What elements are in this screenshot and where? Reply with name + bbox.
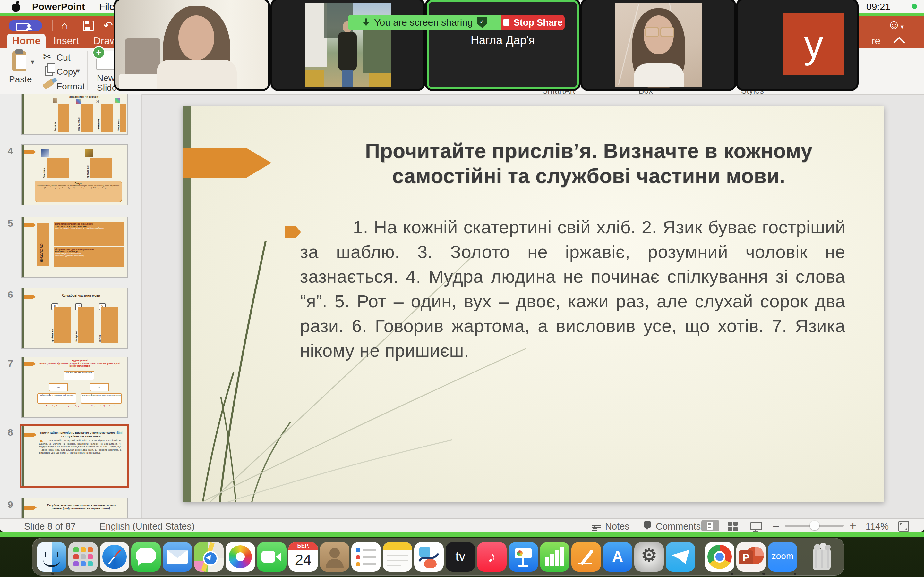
tab-draw[interactable]: Draw — [93, 34, 118, 48]
slide-title: Прочитайте прислів’я. Визначте в кожному… — [350, 139, 828, 189]
running-indicator-chrome — [731, 572, 733, 575]
undo-icon[interactable]: ↶ — [103, 19, 113, 33]
mail-icon[interactable] — [163, 542, 192, 572]
presenter-view-button[interactable] — [9, 20, 42, 31]
running-indicator-powerpoint — [762, 572, 765, 575]
participant-avatar-tile[interactable]: у — [738, 0, 857, 89]
zoom-in-button[interactable]: + — [850, 519, 856, 532]
person-icon — [27, 24, 31, 27]
share-label-fragment: re — [866, 34, 885, 48]
divider — [52, 20, 53, 31]
chrome-icon[interactable] — [705, 542, 734, 572]
calendar-icon[interactable]: БЕР. 24 — [288, 542, 318, 572]
share-arrow-icon — [362, 18, 370, 27]
paste-icon[interactable] — [12, 51, 26, 71]
new-slide-button[interactable]: New — [97, 73, 115, 83]
zoom-label: zoom — [768, 551, 797, 561]
thumb4-box-text: Частина мова, яка не належить ні до само… — [37, 185, 120, 189]
new-slide-icon[interactable] — [96, 51, 116, 70]
slide-thumbnail-8-selected[interactable]: Прочитайте прислів’я. Визначте в кожному… — [21, 426, 128, 487]
person-icon — [26, 27, 32, 31]
zoom-app-icon[interactable]: zoom — [768, 542, 797, 572]
menu-clock: 09:21 — [866, 1, 890, 12]
participant-video-host[interactable] — [115, 0, 268, 89]
cut-icon[interactable]: ✂ — [43, 51, 52, 63]
zoom-out-button[interactable]: − — [772, 520, 779, 532]
active-speaker-tile[interactable]: Нагла Дар'я — [427, 0, 579, 89]
thumb6-col1: прийменник — [51, 329, 53, 342]
contacts-icon[interactable] — [320, 542, 349, 572]
menu-file[interactable]: File — [99, 1, 115, 12]
thumb4-number: 4 — [5, 145, 16, 156]
normal-view-button-selected[interactable] — [701, 520, 719, 532]
participant-video[interactable] — [582, 0, 734, 89]
telegram-icon[interactable] — [666, 542, 695, 572]
slide-thumbnail-3[interactable]: (предметом чи особою) Я Іменник Прикметн… — [21, 94, 128, 135]
stop-share-button[interactable]: Stop Share — [501, 15, 565, 30]
finder-icon[interactable] — [37, 542, 66, 572]
save-icon[interactable] — [83, 21, 94, 31]
cut-button[interactable]: Cut — [57, 53, 71, 63]
notes-button[interactable]: Notes — [605, 521, 630, 532]
slideshow-view-button[interactable] — [746, 520, 764, 532]
language-indicator[interactable]: English (United States) — [99, 521, 195, 532]
glasses-icon — [645, 27, 659, 37]
safari-icon[interactable] — [100, 542, 129, 572]
paste-dropdown-arrow-icon[interactable]: ▾ — [31, 58, 34, 66]
copy-icon[interactable] — [45, 66, 53, 76]
participant-face — [178, 15, 214, 60]
new-slide-button-line2[interactable]: Slide — [97, 83, 117, 93]
freeform-icon[interactable] — [414, 542, 444, 572]
paste-button[interactable]: Paste — [9, 74, 32, 85]
keynote-icon[interactable] — [509, 542, 538, 572]
screen-share-border-bottom — [0, 532, 924, 537]
copy-button[interactable]: Copy — [57, 67, 78, 77]
numbers-icon[interactable] — [540, 542, 569, 572]
tab-insert[interactable]: Insert — [53, 34, 79, 48]
stop-share-label: Stop Share — [513, 17, 562, 28]
participant-video[interactable] — [272, 0, 423, 89]
apple-tv-icon[interactable]: tv — [446, 542, 475, 572]
feedback-smiley-icon[interactable]: ☺▾ — [887, 17, 904, 34]
slide-thumbnail-6[interactable]: Службові частини мови П С Ч прийменник с… — [21, 288, 128, 349]
slide-thumbnail-9[interactable]: З'ясуйте, якою частиною мови є виділені … — [21, 498, 128, 518]
zoom-percentage[interactable]: 114% — [866, 521, 889, 532]
comments-button[interactable]: Comments — [656, 521, 701, 532]
maps-icon[interactable] — [194, 542, 224, 572]
slide-thumbnail-5[interactable]: ДІЄСЛОВО дієприслівник=дієслово+прислівн… — [21, 217, 128, 277]
slide-thumbnail-7[interactable]: Будьте уважні! Інколи (залежно від конте… — [21, 357, 128, 418]
trash-icon[interactable] — [807, 542, 837, 572]
thumb4-label1: Дієслово — [43, 168, 45, 178]
slide-thumbnail-panel[interactable]: (предметом чи особою) Я Іменник Прикметн… — [0, 94, 142, 518]
format-painter-icon[interactable] — [42, 79, 55, 90]
participant-body — [157, 60, 237, 89]
collapse-ribbon-chevron-icon[interactable] — [893, 37, 905, 49]
pages-icon[interactable] — [572, 542, 601, 572]
home-icon[interactable]: ⌂ — [61, 19, 68, 33]
slide-sorter-view-button[interactable] — [724, 520, 742, 532]
launchpad-icon[interactable] — [68, 542, 98, 572]
slide-canvas[interactable]: Прочитайте прислів’я. Визначте в кожному… — [183, 106, 884, 502]
reminders-icon[interactable] — [351, 542, 381, 572]
notes-app-icon[interactable] — [383, 542, 412, 572]
thumb3-letter: Я — [96, 99, 99, 103]
apple-menu-icon[interactable] — [11, 2, 20, 11]
thumb6-title: Службові частини мови — [41, 293, 121, 297]
format-painter-button[interactable]: Format — [57, 81, 85, 92]
menu-app-name[interactable]: PowerPoint — [32, 1, 85, 12]
music-icon[interactable]: ♪ — [477, 542, 507, 572]
zoom-slider-knob[interactable] — [810, 521, 819, 530]
messages-icon[interactable] — [131, 542, 161, 572]
facetime-icon[interactable] — [257, 542, 286, 572]
thumb7-title1: Будьте уважні! — [38, 359, 122, 362]
app-store-icon[interactable]: A — [603, 542, 632, 572]
photos-icon[interactable] — [226, 542, 255, 572]
powerpoint-icon[interactable]: P — [736, 542, 766, 572]
copy-dropdown-arrow-icon[interactable]: ▾ — [76, 67, 80, 75]
slide-thumbnail-4[interactable]: Дієслово прислівник Вигук Частина мова, … — [21, 144, 128, 205]
system-settings-icon[interactable]: ⚙ — [634, 542, 664, 572]
fit-slide-to-window-button[interactable] — [898, 521, 909, 532]
comments-icon — [644, 521, 651, 528]
camera-active-indicator-icon — [912, 4, 917, 9]
tab-home[interactable]: Home — [7, 34, 45, 48]
